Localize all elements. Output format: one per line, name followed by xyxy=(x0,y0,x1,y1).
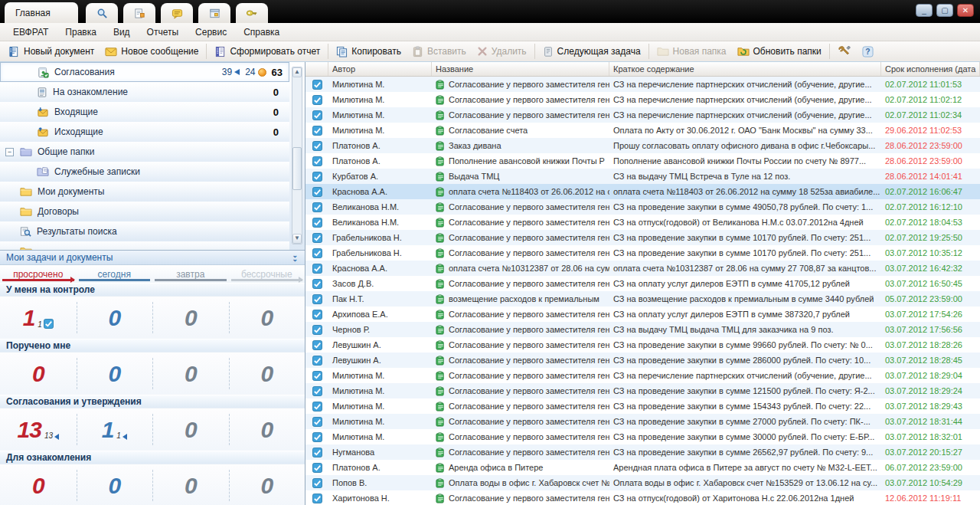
table-row[interactable]: Милютина М.Согласование у первого замест… xyxy=(305,368,980,383)
table-row[interactable]: Пак Н.Т.возмещение расходов к премиальны… xyxy=(305,291,980,307)
menu-item-0[interactable]: ЕВФРАТ xyxy=(5,27,57,38)
row-checkbox[interactable] xyxy=(305,199,328,215)
tree-item-результаты-поиска[interactable]: Результаты поиска xyxy=(0,221,289,241)
table-row[interactable]: Харитонова Н.Согласование у первого заме… xyxy=(305,490,980,505)
row-checkbox[interactable] xyxy=(305,92,328,107)
checkbox-icon[interactable] xyxy=(312,187,322,197)
table-row[interactable]: Чернов Р.Согласование у первого заместит… xyxy=(305,322,980,337)
table-row[interactable]: Левушкин А.Согласование у первого замест… xyxy=(305,353,980,368)
section-0-count-col2[interactable]: 0 xyxy=(152,297,229,339)
table-row[interactable]: Левушкин А.Согласование у первого замест… xyxy=(305,337,980,353)
section-3-count-col3[interactable]: 0 xyxy=(229,464,305,505)
checkbox-icon[interactable] xyxy=(312,156,322,166)
table-row[interactable]: Милютина М.Согласование у первого замест… xyxy=(305,383,980,398)
tree-item-исходящие[interactable]: Исходящие0 xyxy=(0,122,289,142)
row-checkbox[interactable] xyxy=(305,123,328,138)
tree-item-согласования[interactable]: Согласования392463 xyxy=(0,62,289,82)
row-checkbox[interactable] xyxy=(305,444,328,460)
menu-item-5[interactable]: Справка xyxy=(235,27,288,38)
checkbox-icon[interactable] xyxy=(312,264,322,274)
toolbar-button-следующая-задача[interactable]: Следующая задача xyxy=(537,44,646,59)
row-checkbox[interactable] xyxy=(305,460,328,475)
table-row[interactable]: Платонов А.Аренда офиса в ПитереАрендная… xyxy=(305,460,980,475)
section-3-count-col1[interactable]: 0 xyxy=(77,464,153,505)
section-0-count-col1[interactable]: 0 xyxy=(77,297,153,339)
section-2-count-col0[interactable]: 1313 xyxy=(0,408,77,451)
tab-keys-icon[interactable] xyxy=(236,3,268,23)
maximize-button[interactable]: ▢ xyxy=(936,4,953,17)
checkbox-icon[interactable] xyxy=(312,233,322,243)
tree-item-partial[interactable] xyxy=(0,241,289,250)
toolbar-button-сформировать-отчет[interactable]: Сформировать отчет xyxy=(209,44,325,59)
table-row[interactable]: Милютина М.Согласование у первого замест… xyxy=(305,77,980,92)
table-row[interactable]: Грабельникова Н.Согласование у первого з… xyxy=(305,245,980,261)
section-1-count-col1[interactable]: 0 xyxy=(77,353,153,395)
table-row[interactable]: Великанова Н.М.Согласование у первого за… xyxy=(305,199,980,215)
checkbox-icon[interactable] xyxy=(312,95,322,105)
checkbox-icon[interactable] xyxy=(312,356,322,366)
row-checkbox[interactable] xyxy=(305,398,328,414)
checkbox-icon[interactable] xyxy=(312,294,322,304)
tree-expander-icon[interactable]: − xyxy=(5,148,14,156)
checkbox-icon[interactable] xyxy=(312,202,322,212)
row-checkbox[interactable] xyxy=(305,414,328,429)
minimize-button[interactable]: _ xyxy=(916,4,933,17)
checkbox-icon[interactable] xyxy=(312,386,322,396)
table-row[interactable]: Архипова Е.А.Согласование у первого заме… xyxy=(305,307,980,322)
section-0-count-col0[interactable]: 11 xyxy=(0,297,77,339)
table-row[interactable]: Грабельникова Н.Согласование у первого з… xyxy=(305,230,980,245)
table-row[interactable]: Милютина М.Согласование счетаОплата по А… xyxy=(305,123,980,138)
table-row[interactable]: Милютина М.Согласование у первого замест… xyxy=(305,398,980,414)
checkbox-icon[interactable] xyxy=(312,310,322,320)
table-row[interactable]: Засов Д.В.Согласование у первого замести… xyxy=(305,276,980,291)
section-0-count-col3[interactable]: 0 xyxy=(229,297,305,339)
toolbar-button-новый-документ[interactable]: Новый документ xyxy=(3,44,100,59)
scroll-thumb[interactable] xyxy=(292,147,302,190)
row-checkbox[interactable] xyxy=(305,322,328,337)
tasks-tab-просрочено[interactable]: просрочено xyxy=(0,265,77,283)
row-checkbox[interactable] xyxy=(305,383,328,398)
checkbox-icon[interactable] xyxy=(312,463,322,473)
tree-item-мои-документы[interactable]: Мои документы xyxy=(0,182,289,202)
menu-item-1[interactable]: Правка xyxy=(57,27,105,38)
checkbox-icon[interactable] xyxy=(312,218,322,228)
row-checkbox[interactable] xyxy=(305,353,328,368)
row-checkbox[interactable] xyxy=(305,107,328,123)
column-header-Название[interactable]: Название xyxy=(432,62,609,76)
row-checkbox[interactable] xyxy=(305,215,328,230)
row-checkbox[interactable] xyxy=(305,245,328,261)
row-checkbox[interactable] xyxy=(305,307,328,322)
row-checkbox[interactable] xyxy=(305,261,328,276)
scroll-down-icon[interactable]: ▼ xyxy=(292,234,302,244)
table-row[interactable]: Милютина М.Согласование у первого замест… xyxy=(305,92,980,107)
menu-item-4[interactable]: Сервис xyxy=(187,27,235,38)
toolbar-button-обновить-папки[interactable]: Обновить папки xyxy=(732,44,827,58)
scroll-up-icon[interactable]: ▲ xyxy=(292,67,302,77)
column-header-Автор[interactable]: Автор xyxy=(328,62,432,76)
close-button[interactable]: ✕ xyxy=(957,4,974,17)
checkbox-icon[interactable] xyxy=(312,110,322,120)
checkbox-icon[interactable] xyxy=(312,279,322,289)
checkbox-icon[interactable] xyxy=(312,126,322,136)
tab-form-window-icon[interactable] xyxy=(198,3,230,23)
checkbox-icon[interactable] xyxy=(312,494,322,503)
checkbox-icon[interactable] xyxy=(312,172,322,182)
table-row[interactable]: Милютина М.Согласование у первого замест… xyxy=(305,107,980,123)
section-3-count-col0[interactable]: 0 xyxy=(0,464,77,505)
checkbox-icon[interactable] xyxy=(312,248,322,258)
checkbox-icon[interactable] xyxy=(312,325,322,335)
table-row[interactable]: Попов В.Оплата воды в офис г. Хабаровск … xyxy=(305,475,980,490)
row-checkbox[interactable] xyxy=(305,169,328,184)
table-row[interactable]: НугмановаСогласование у первого заместит… xyxy=(305,444,980,460)
tab-messages-icon[interactable] xyxy=(161,3,193,23)
tree-item-общие-папки[interactable]: −Общие папки xyxy=(0,142,289,162)
section-2-count-col2[interactable]: 0 xyxy=(152,408,229,451)
row-checkbox[interactable] xyxy=(305,153,328,169)
section-1-count-col3[interactable]: 0 xyxy=(229,353,305,395)
table-row[interactable]: Великанова Н.М.Согласование у первого за… xyxy=(305,215,980,230)
section-2-count-col1[interactable]: 11 xyxy=(77,408,153,451)
row-checkbox[interactable] xyxy=(305,291,328,307)
toolbar-button-tools-icon[interactable] xyxy=(832,44,857,59)
checkbox-icon[interactable] xyxy=(312,478,322,488)
tree-item-на-ознакомление[interactable]: На ознакомление0 xyxy=(0,82,289,102)
